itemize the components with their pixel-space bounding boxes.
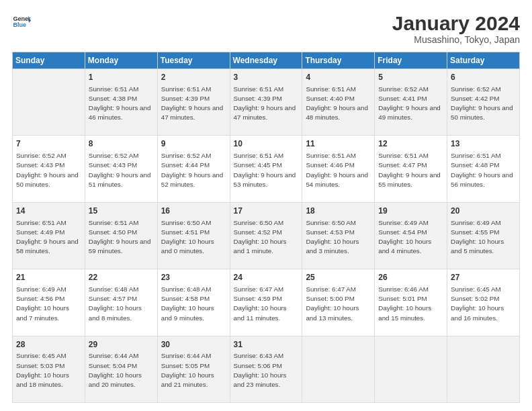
weekday-header-wednesday: Wednesday [230,52,302,69]
svg-text:Blue: Blue [13,21,26,28]
day-number: 2 [161,72,226,83]
day-number: 28 [16,339,81,351]
day-number: 1 [89,72,154,83]
calendar-cell: 17Sunrise: 6:50 AMSunset: 4:52 PMDayligh… [230,202,302,269]
week-row-4: 28Sunrise: 6:45 AMSunset: 5:03 PMDayligh… [13,336,520,402]
day-info: Sunrise: 6:51 AMSunset: 4:48 PMDaylight:… [451,151,516,189]
calendar-cell [13,69,85,136]
day-number: 18 [306,205,371,217]
day-number: 5 [378,72,443,83]
calendar-cell: 29Sunrise: 6:44 AMSunset: 5:04 PMDayligh… [85,336,157,402]
weekday-header-thursday: Thursday [302,52,375,69]
calendar-cell: 4Sunrise: 6:51 AMSunset: 4:40 PMDaylight… [302,69,375,136]
calendar-cell: 31Sunrise: 6:43 AMSunset: 5:06 PMDayligh… [230,336,302,402]
day-number: 15 [89,205,154,217]
calendar-cell [447,336,520,402]
calendar-cell [302,336,375,402]
day-info: Sunrise: 6:51 AMSunset: 4:50 PMDaylight:… [89,218,154,257]
weekday-header-tuesday: Tuesday [157,52,230,69]
day-number: 4 [306,72,371,83]
day-number: 9 [161,138,226,150]
calendar-cell: 8Sunrise: 6:52 AMSunset: 4:43 PMDaylight… [85,136,157,202]
calendar-cell: 9Sunrise: 6:52 AMSunset: 4:44 PMDaylight… [157,136,230,202]
day-info: Sunrise: 6:51 AMSunset: 4:38 PMDaylight:… [89,85,154,123]
main-title: January 2024 [392,12,520,34]
week-row-2: 14Sunrise: 6:51 AMSunset: 4:49 PMDayligh… [13,202,520,269]
calendar-cell: 16Sunrise: 6:50 AMSunset: 4:51 PMDayligh… [157,202,230,269]
day-info: Sunrise: 6:44 AMSunset: 5:05 PMDaylight:… [161,351,226,390]
day-number: 6 [451,72,516,83]
calendar-cell: 28Sunrise: 6:45 AMSunset: 5:03 PMDayligh… [13,336,85,402]
day-number: 19 [378,205,443,217]
calendar-cell: 19Sunrise: 6:49 AMSunset: 4:54 PMDayligh… [375,202,447,269]
calendar-cell: 1Sunrise: 6:51 AMSunset: 4:38 PMDaylight… [85,69,157,136]
day-number: 3 [234,72,299,83]
day-info: Sunrise: 6:48 AMSunset: 4:58 PMDaylight:… [161,285,226,323]
day-info: Sunrise: 6:47 AMSunset: 4:59 PMDaylight:… [234,285,299,323]
day-info: Sunrise: 6:50 AMSunset: 4:51 PMDaylight:… [161,218,226,257]
day-info: Sunrise: 6:51 AMSunset: 4:47 PMDaylight:… [378,151,443,189]
page: General Blue January 2024 Musashino, Tok… [0,0,532,411]
header: General Blue January 2024 Musashino, Tok… [12,12,520,45]
calendar-cell: 23Sunrise: 6:48 AMSunset: 4:58 PMDayligh… [157,269,230,336]
calendar-cell: 24Sunrise: 6:47 AMSunset: 4:59 PMDayligh… [230,269,302,336]
day-number: 23 [161,272,226,283]
day-number: 13 [451,138,516,150]
day-info: Sunrise: 6:51 AMSunset: 4:46 PMDaylight:… [306,151,371,189]
calendar-cell: 27Sunrise: 6:45 AMSunset: 5:02 PMDayligh… [447,269,520,336]
calendar-cell: 18Sunrise: 6:50 AMSunset: 4:53 PMDayligh… [302,202,375,269]
day-info: Sunrise: 6:47 AMSunset: 5:00 PMDaylight:… [306,285,371,323]
day-info: Sunrise: 6:51 AMSunset: 4:45 PMDaylight:… [234,151,299,189]
logo-icon: General Blue [12,12,31,31]
calendar-body: 1Sunrise: 6:51 AMSunset: 4:38 PMDaylight… [13,69,520,403]
weekday-header-monday: Monday [85,52,157,69]
day-number: 26 [378,272,443,283]
day-info: Sunrise: 6:45 AMSunset: 5:03 PMDaylight:… [16,351,81,390]
calendar-cell: 21Sunrise: 6:49 AMSunset: 4:56 PMDayligh… [13,269,85,336]
calendar-cell: 7Sunrise: 6:52 AMSunset: 4:43 PMDaylight… [13,136,85,202]
calendar-cell: 14Sunrise: 6:51 AMSunset: 4:49 PMDayligh… [13,202,85,269]
subtitle: Musashino, Tokyo, Japan [392,34,520,45]
day-info: Sunrise: 6:49 AMSunset: 4:54 PMDaylight:… [378,218,443,257]
day-info: Sunrise: 6:46 AMSunset: 5:01 PMDaylight:… [378,285,443,323]
calendar-cell: 22Sunrise: 6:48 AMSunset: 4:57 PMDayligh… [85,269,157,336]
day-info: Sunrise: 6:44 AMSunset: 5:04 PMDaylight:… [89,351,154,390]
day-info: Sunrise: 6:51 AMSunset: 4:40 PMDaylight:… [306,85,371,123]
calendar-table: SundayMondayTuesdayWednesdayThursdayFrid… [12,52,520,403]
calendar-cell: 6Sunrise: 6:52 AMSunset: 4:42 PMDaylight… [447,69,520,136]
calendar-cell: 15Sunrise: 6:51 AMSunset: 4:50 PMDayligh… [85,202,157,269]
week-row-3: 21Sunrise: 6:49 AMSunset: 4:56 PMDayligh… [13,269,520,336]
day-number: 17 [234,205,299,217]
weekday-header-saturday: Saturday [447,52,520,69]
calendar-cell: 30Sunrise: 6:44 AMSunset: 5:05 PMDayligh… [157,336,230,402]
day-info: Sunrise: 6:52 AMSunset: 4:43 PMDaylight:… [16,151,81,189]
day-info: Sunrise: 6:51 AMSunset: 4:39 PMDaylight:… [234,85,299,123]
day-number: 14 [16,205,81,217]
calendar-cell: 12Sunrise: 6:51 AMSunset: 4:47 PMDayligh… [375,136,447,202]
day-number: 11 [306,138,371,150]
day-info: Sunrise: 6:52 AMSunset: 4:44 PMDaylight:… [161,151,226,189]
day-info: Sunrise: 6:52 AMSunset: 4:42 PMDaylight:… [451,85,516,123]
week-row-0: 1Sunrise: 6:51 AMSunset: 4:38 PMDaylight… [13,69,520,136]
day-number: 30 [161,339,226,351]
calendar-cell: 2Sunrise: 6:51 AMSunset: 4:39 PMDaylight… [157,69,230,136]
weekday-header-sunday: Sunday [13,52,85,69]
day-info: Sunrise: 6:43 AMSunset: 5:06 PMDaylight:… [234,351,299,390]
day-info: Sunrise: 6:52 AMSunset: 4:41 PMDaylight:… [378,85,443,123]
day-number: 24 [234,272,299,283]
day-number: 25 [306,272,371,283]
day-number: 31 [234,339,299,351]
day-number: 7 [16,138,81,150]
day-number: 12 [378,138,443,150]
weekday-header-friday: Friday [375,52,447,69]
day-info: Sunrise: 6:45 AMSunset: 5:02 PMDaylight:… [451,285,516,323]
calendar-cell: 25Sunrise: 6:47 AMSunset: 5:00 PMDayligh… [302,269,375,336]
calendar-cell: 3Sunrise: 6:51 AMSunset: 4:39 PMDaylight… [230,69,302,136]
day-info: Sunrise: 6:52 AMSunset: 4:43 PMDaylight:… [89,151,154,189]
calendar-cell: 11Sunrise: 6:51 AMSunset: 4:46 PMDayligh… [302,136,375,202]
day-number: 8 [89,138,154,150]
day-number: 10 [234,138,299,150]
logo: General Blue [12,12,31,31]
calendar-cell: 26Sunrise: 6:46 AMSunset: 5:01 PMDayligh… [375,269,447,336]
week-row-1: 7Sunrise: 6:52 AMSunset: 4:43 PMDaylight… [13,136,520,202]
